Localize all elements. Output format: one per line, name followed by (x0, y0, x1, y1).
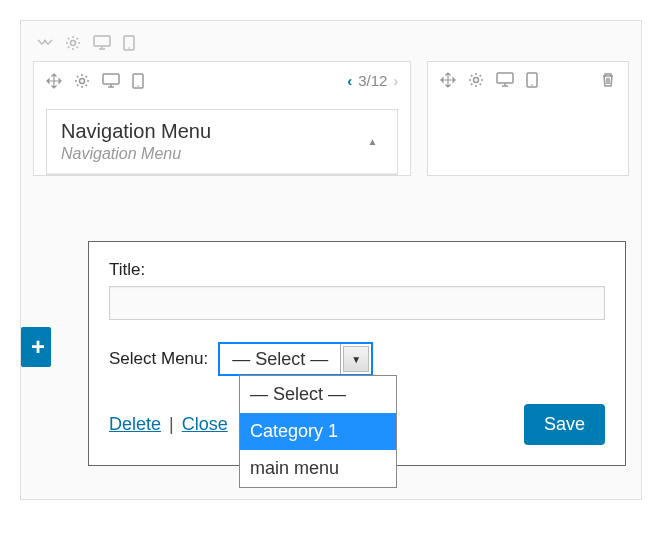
separator: | (165, 414, 178, 435)
trash-icon[interactable] (600, 72, 616, 88)
svg-rect-5 (103, 74, 119, 84)
widget-header[interactable]: Navigation Menu Navigation Menu ▲ (47, 110, 397, 174)
pager: ‹ 3/12 › (347, 72, 398, 89)
widget-titles: Navigation Menu Navigation Menu (61, 120, 361, 163)
svg-point-3 (128, 47, 130, 49)
select-menu-dropdown: — Select — Category 1 main menu (239, 375, 397, 488)
collapse-icon[interactable]: ▲ (361, 130, 383, 153)
desktop-icon[interactable] (102, 73, 120, 89)
svg-point-0 (71, 41, 76, 46)
add-button[interactable]: + (21, 327, 51, 367)
desktop-icon[interactable] (496, 72, 514, 88)
dropdown-toggle-icon[interactable]: ▼ (343, 346, 369, 372)
builder-frame: ‹ 3/12 › Navigation Menu Navigation Menu… (20, 20, 642, 500)
left-panel: ‹ 3/12 › Navigation Menu Navigation Menu… (33, 61, 411, 176)
widget-subtitle: Navigation Menu (61, 145, 361, 163)
tablet-icon[interactable] (123, 35, 135, 51)
delete-link[interactable]: Delete (109, 414, 161, 435)
title-input[interactable] (109, 286, 605, 320)
move-icon[interactable] (440, 72, 456, 88)
parent-toolbar (33, 33, 629, 61)
svg-rect-1 (94, 36, 110, 46)
chevron-down-icon[interactable] (37, 37, 53, 49)
tablet-icon[interactable] (526, 72, 538, 88)
pager-next[interactable]: › (393, 72, 398, 89)
pager-prev[interactable]: ‹ (347, 72, 352, 89)
panels-row: ‹ 3/12 › Navigation Menu Navigation Menu… (33, 61, 629, 176)
move-icon[interactable] (46, 73, 62, 89)
gear-icon[interactable] (65, 35, 81, 51)
svg-point-8 (474, 78, 479, 83)
pager-count: 3/12 (358, 72, 387, 89)
left-panel-toolbar: ‹ 3/12 › (34, 62, 410, 99)
title-label: Title: (109, 260, 605, 280)
close-link[interactable]: Close (182, 414, 228, 435)
gear-icon[interactable] (468, 72, 484, 88)
right-panel-toolbar (440, 72, 616, 88)
save-button[interactable]: Save (524, 404, 605, 445)
right-panel (427, 61, 629, 176)
widget-title: Navigation Menu (61, 120, 361, 143)
widget: Navigation Menu Navigation Menu ▲ (46, 109, 398, 175)
select-menu[interactable]: — Select — ▼ (218, 342, 373, 376)
select-menu-value: — Select — (220, 344, 341, 374)
dropdown-option[interactable]: Category 1 (240, 413, 396, 450)
svg-rect-9 (497, 73, 513, 83)
desktop-icon[interactable] (93, 35, 111, 51)
svg-point-4 (80, 78, 85, 83)
dropdown-option[interactable]: — Select — (240, 376, 396, 413)
dropdown-option[interactable]: main menu (240, 450, 396, 487)
svg-point-7 (137, 85, 139, 87)
tablet-icon[interactable] (132, 73, 144, 89)
select-menu-row: Select Menu: — Select — ▼ — Select — Cat… (109, 342, 605, 376)
gear-icon[interactable] (74, 73, 90, 89)
svg-point-11 (532, 84, 534, 86)
select-menu-label: Select Menu: (109, 349, 208, 369)
widget-body: Title: Select Menu: — Select — ▼ — Selec… (88, 241, 626, 466)
